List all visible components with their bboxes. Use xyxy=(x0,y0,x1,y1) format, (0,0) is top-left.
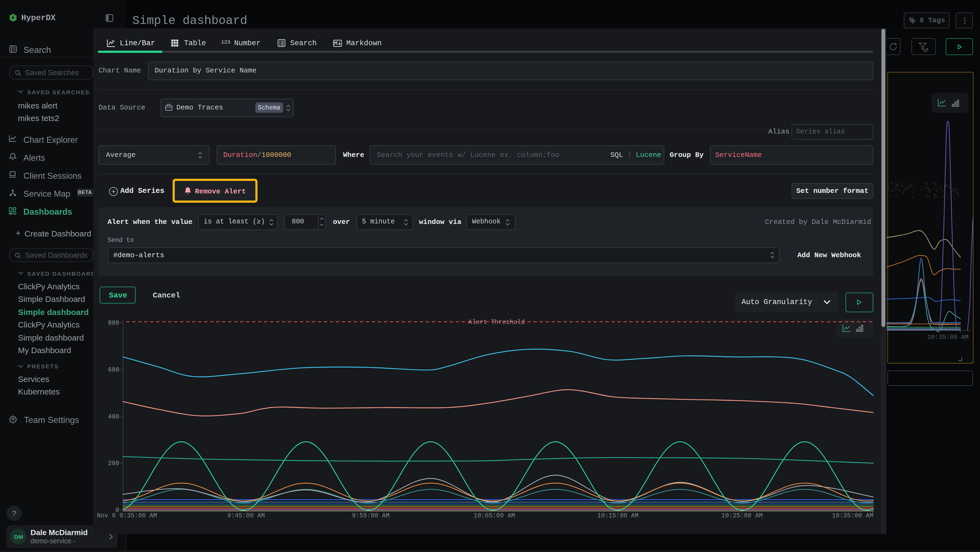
svg-text:200: 200 xyxy=(108,460,119,467)
svg-text:10:05:00 AM: 10:05:00 AM xyxy=(474,512,515,519)
svg-text:Alert Threshold: Alert Threshold xyxy=(468,319,525,326)
svg-text:9:55:00 AM: 9:55:00 AM xyxy=(352,512,390,519)
svg-text:Nov 6 9:35:00 AM: Nov 6 9:35:00 AM xyxy=(97,512,157,519)
svg-text:9:45:00 AM: 9:45:00 AM xyxy=(227,512,265,519)
svg-text:800: 800 xyxy=(108,320,119,327)
svg-text:600: 600 xyxy=(108,367,119,373)
svg-text:10:15:00 AM: 10:15:00 AM xyxy=(597,512,639,519)
svg-text:10:35:00 AM: 10:35:00 AM xyxy=(832,512,873,519)
svg-text:10:25:00 AM: 10:25:00 AM xyxy=(721,512,763,519)
svg-text:10:35:00 AM: 10:35:00 AM xyxy=(927,334,969,341)
svg-text:400: 400 xyxy=(108,413,119,420)
